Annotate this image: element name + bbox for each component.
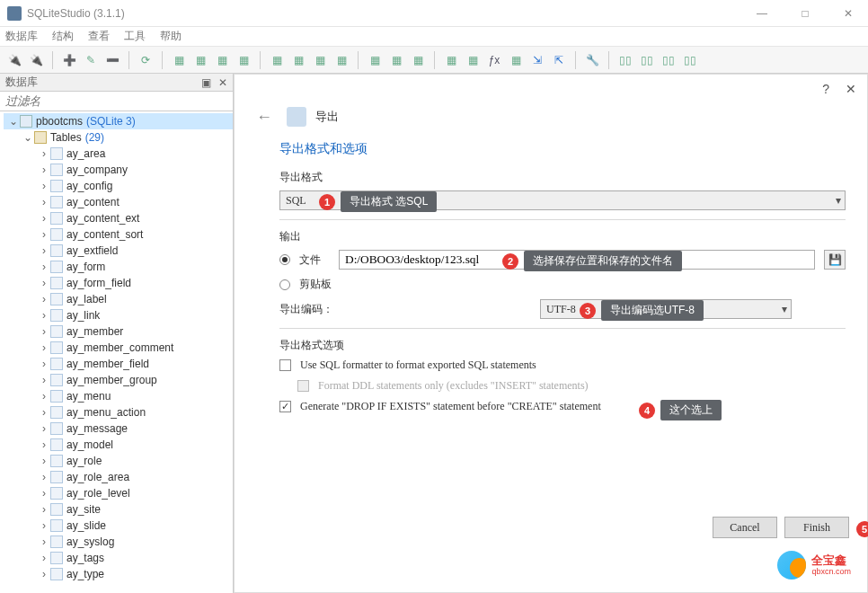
app-icon	[7, 6, 22, 21]
table-icon	[50, 422, 63, 435]
tool-8-icon[interactable]: ▦	[332, 51, 350, 69]
tree-table-node[interactable]: ›ay_content_ext	[4, 210, 233, 226]
sidebar-close-icon[interactable]: ✕	[218, 76, 227, 89]
table-name: ay_syslog	[66, 535, 114, 548]
dialog-help-button[interactable]: ?	[822, 82, 829, 96]
cancel-button[interactable]: Cancel	[713, 517, 777, 538]
table-name: ay_message	[66, 422, 128, 435]
tool-export-icon[interactable]: ⇱	[550, 51, 568, 69]
tool-disconnect-icon[interactable]: 🔌	[27, 51, 45, 69]
tool-1-icon[interactable]: ▦	[170, 51, 188, 69]
tree-table-node[interactable]: ›ay_tags	[4, 550, 233, 566]
encoding-combo[interactable]: UTF-8 ▾	[540, 299, 792, 319]
menu-structure[interactable]: 结构	[52, 29, 74, 44]
radio-clipboard[interactable]	[279, 279, 290, 290]
tool-9-icon[interactable]: ▦	[366, 51, 384, 69]
table-icon	[50, 455, 63, 467]
tree-table-node[interactable]: ›ay_site	[4, 501, 233, 518]
tool-import-icon[interactable]: ⇲	[528, 51, 546, 69]
radio-file[interactable]	[279, 254, 290, 265]
browse-save-button[interactable]: 💾	[824, 250, 846, 270]
close-window-button[interactable]: ✕	[836, 7, 861, 20]
tool-add-db-icon[interactable]: ➕	[60, 51, 78, 69]
tree-table-node[interactable]: ›ay_member	[4, 323, 233, 340]
tree-table-node[interactable]: ›ay_area	[4, 146, 233, 162]
tool-layout1-icon[interactable]: ▯▯	[616, 51, 634, 69]
back-arrow-icon[interactable]: ←	[251, 108, 278, 127]
tree-table-node[interactable]: ›ay_form	[4, 259, 233, 275]
tree-table-node[interactable]: ›ay_label	[4, 291, 233, 307]
tree-table-node[interactable]: ›ay_role_area	[4, 469, 233, 485]
tool-settings-icon[interactable]: 🔧	[583, 51, 601, 69]
table-icon	[50, 568, 63, 580]
tool-layout2-icon[interactable]: ▯▯	[638, 51, 656, 69]
database-tree[interactable]: ⌄ pbootcms (SQLite 3) ⌄ Tables (29) ›ay_…	[0, 111, 233, 593]
menu-database[interactable]: 数据库	[5, 29, 38, 44]
tree-table-node[interactable]: ›ay_model	[4, 437, 233, 453]
section-title: 导出格式和选项	[279, 141, 846, 157]
tool-sql-icon[interactable]: ▦	[442, 51, 460, 69]
tree-table-node[interactable]: ›ay_member_group	[4, 372, 233, 388]
tree-tables-node[interactable]: ⌄ Tables (29)	[4, 129, 233, 146]
tree-db-node[interactable]: ⌄ pbootcms (SQLite 3)	[4, 113, 233, 129]
database-icon	[20, 115, 32, 128]
tool-6-icon[interactable]: ▦	[289, 51, 307, 69]
menu-help[interactable]: 帮助	[160, 29, 182, 44]
tree-table-node[interactable]: ›ay_type	[4, 566, 233, 582]
sidebar-filter-input[interactable]	[0, 92, 233, 111]
tree-table-node[interactable]: ›ay_content	[4, 194, 233, 210]
tool-connect-icon[interactable]: 🔌	[5, 51, 23, 69]
tree-table-node[interactable]: ›ay_menu	[4, 388, 233, 404]
tree-table-node[interactable]: ›ay_role	[4, 453, 233, 469]
chk-formatter[interactable]	[279, 359, 291, 371]
tool-12-icon[interactable]: ▦	[507, 51, 525, 69]
tool-3-icon[interactable]: ▦	[213, 51, 231, 69]
tree-table-node[interactable]: ›ay_slide	[4, 518, 233, 534]
chevron-down-icon: ▾	[836, 194, 841, 208]
tool-fx-icon[interactable]: ƒx	[485, 51, 503, 69]
tool-2-icon[interactable]: ▦	[191, 51, 209, 69]
tool-remove-db-icon[interactable]: ➖	[103, 51, 121, 69]
chk-drop-exists[interactable]	[279, 401, 291, 412]
tree-table-node[interactable]: ›ay_form_field	[4, 275, 233, 291]
tree-table-node[interactable]: ›ay_member_field	[4, 356, 233, 372]
tool-7-icon[interactable]: ▦	[311, 51, 329, 69]
table-icon	[50, 358, 63, 370]
tool-11-icon[interactable]: ▦	[409, 51, 427, 69]
maximize-button[interactable]: □	[793, 7, 818, 20]
tree-table-node[interactable]: ›ay_content_sort	[4, 226, 233, 243]
tree-table-node[interactable]: ›ay_menu_action	[4, 404, 233, 420]
tree-table-node[interactable]: ›ay_extfield	[4, 243, 233, 259]
tool-4-icon[interactable]: ▦	[235, 51, 252, 69]
tree-table-node[interactable]: ›ay_company	[4, 162, 233, 178]
tool-edit-db-icon[interactable]: ✎	[82, 51, 100, 69]
dialog-close-button[interactable]: ✕	[846, 82, 856, 96]
tool-layout4-icon[interactable]: ▯▯	[681, 51, 699, 69]
table-name: ay_menu	[66, 390, 111, 403]
menu-view[interactable]: 查看	[88, 29, 110, 44]
tree-table-node[interactable]: ›ay_config	[4, 178, 233, 194]
tree-table-node[interactable]: ›ay_member_comment	[4, 340, 233, 356]
format-combo[interactable]: SQL ▾	[279, 190, 846, 210]
table-name: ay_menu_action	[66, 406, 146, 419]
table-name: ay_extfield	[66, 244, 118, 257]
tool-refresh-icon[interactable]: ⟳	[137, 51, 155, 69]
menu-bar: 数据库 结构 查看 工具 帮助	[0, 27, 868, 47]
tool-history-icon[interactable]: ▦	[464, 51, 482, 69]
tree-table-node[interactable]: ›ay_role_level	[4, 485, 233, 501]
finish-button[interactable]: Finish	[784, 517, 849, 538]
radio-file-label: 文件	[299, 252, 330, 268]
sidebar-float-icon[interactable]: ▣	[201, 76, 211, 89]
menu-tools[interactable]: 工具	[124, 29, 146, 44]
minimize-button[interactable]: —	[749, 7, 775, 20]
tool-5-icon[interactable]: ▦	[268, 51, 286, 69]
file-path-input[interactable]	[339, 250, 815, 270]
tool-10-icon[interactable]: ▦	[387, 51, 405, 69]
table-name: ay_role_level	[66, 487, 130, 500]
annotation-badge-4: 4	[639, 403, 655, 419]
tree-table-node[interactable]: ›ay_syslog	[4, 534, 233, 550]
tool-layout3-icon[interactable]: ▯▯	[660, 51, 678, 69]
tree-table-node[interactable]: ›ay_link	[4, 307, 233, 323]
tree-table-node[interactable]: ›ay_message	[4, 420, 233, 437]
encoding-value: UTF-8	[546, 303, 576, 316]
